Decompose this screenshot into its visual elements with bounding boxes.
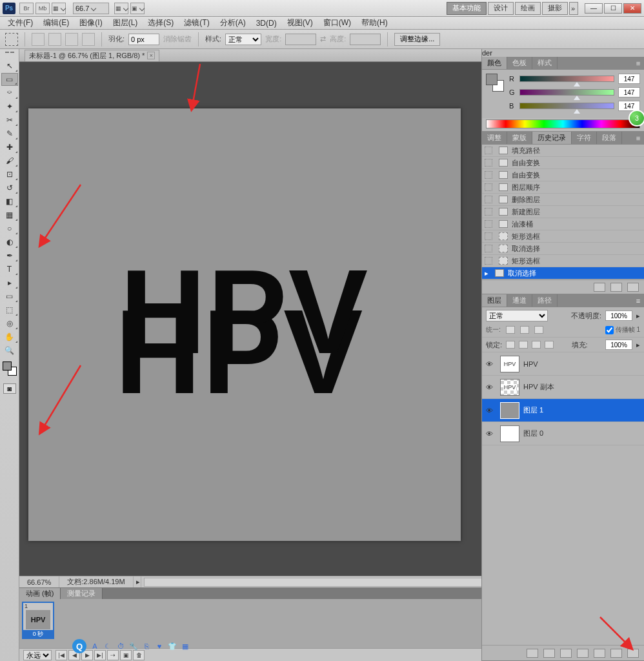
layer-item-selected[interactable]: 👁图层 1 [482, 399, 644, 422]
menu-file[interactable]: 文件(F) [3, 17, 38, 28]
lasso-tool[interactable]: ⌔ [1, 86, 18, 99]
eye-icon[interactable]: 👁 [482, 360, 496, 368]
promo-badge[interactable]: 3 [629, 110, 644, 127]
font-icon[interactable]: A [90, 642, 99, 651]
menu-select[interactable]: 选择(S) [143, 17, 179, 28]
measure-log-tab[interactable]: 测量记录 [61, 588, 103, 599]
view-extras-button[interactable]: ▦ [52, 3, 66, 14]
hand-tool[interactable]: ✋ [1, 330, 18, 343]
lock-transparency[interactable] [506, 341, 515, 349]
history-item[interactable]: 矩形选框 [482, 230, 644, 243]
bridge-button[interactable]: Br [19, 3, 34, 14]
link-layers-button[interactable] [527, 649, 538, 658]
tab-mask[interactable]: 蒙版 [507, 132, 532, 144]
group-button[interactable] [594, 649, 605, 658]
stamp-tool[interactable]: ⊡ [1, 168, 18, 181]
status-more[interactable]: ▸ [134, 576, 141, 587]
tab-paths[interactable]: 路径 [532, 294, 558, 307]
history-item[interactable]: 自由变换 [482, 169, 644, 181]
menu-layer[interactable]: 图层(L) [108, 17, 143, 28]
workspace-basic[interactable]: 基本功能 [447, 2, 487, 15]
history-item[interactable]: 自由变换 [482, 157, 644, 169]
eye-icon[interactable]: 👁 [482, 430, 496, 438]
menu-image[interactable]: 图像(I) [74, 17, 107, 28]
wrench-icon[interactable]: 🔧 [129, 642, 138, 651]
layer-fx-button[interactable] [543, 649, 555, 658]
history-delete[interactable] [627, 283, 639, 292]
pen-tool[interactable]: ✒ [1, 249, 18, 262]
fill-input[interactable] [605, 340, 632, 350]
eraser-tool[interactable]: ◧ [1, 195, 18, 208]
canvas[interactable]: HPV HPV [28, 108, 461, 541]
menu-edit[interactable]: 编辑(E) [38, 17, 74, 28]
selection-intersect[interactable] [82, 33, 95, 46]
workspace-paint[interactable]: 绘画 [515, 2, 541, 15]
brush-tool[interactable]: 🖌 [1, 154, 18, 167]
path-select-tool[interactable]: ▸ [1, 276, 18, 289]
marquee-tool-indicator[interactable] [5, 33, 18, 46]
eye-icon[interactable]: 👁 [482, 407, 496, 414]
feather-input[interactable] [128, 34, 159, 45]
wand-tool[interactable]: ✦ [1, 100, 18, 113]
r-input[interactable] [618, 74, 640, 84]
window-close[interactable]: ✕ [623, 3, 641, 14]
history-item[interactable]: 新建图层 [482, 206, 644, 218]
tab-styles[interactable]: 样式 [532, 57, 558, 69]
zoom-select[interactable]: 66.7 [73, 3, 109, 14]
status-zoom[interactable]: 66.67% [19, 576, 59, 587]
color-swatches[interactable] [1, 360, 18, 377]
color-spectrum[interactable] [486, 119, 640, 128]
refine-edge-button[interactable]: 调整边缘... [394, 33, 440, 46]
animation-frame[interactable]: 1 HPV 0 秒 [22, 602, 54, 639]
color-swatch[interactable] [486, 74, 504, 92]
minibridge-button[interactable]: Mb [35, 3, 50, 14]
clock-icon[interactable]: ⏱ [116, 642, 125, 651]
menu-filter[interactable]: 滤镜(T) [179, 17, 214, 28]
quick-mask-button[interactable]: ◙ [3, 383, 16, 394]
workspace-more[interactable]: » [569, 2, 578, 15]
menu-view[interactable]: 视图(V) [282, 17, 318, 28]
eyedropper-tool[interactable]: ✎ [1, 127, 18, 140]
history-menu-icon[interactable]: ≡ [632, 132, 644, 145]
healing-tool[interactable]: ✚ [1, 141, 18, 154]
g-input[interactable] [618, 87, 640, 97]
menu-3d[interactable]: 3D(D) [251, 19, 282, 28]
b-slider[interactable] [519, 103, 614, 109]
layer-mask-button[interactable] [560, 649, 572, 658]
eye-icon[interactable]: 👁 [482, 383, 496, 391]
tab-history[interactable]: 历史记录 [532, 132, 572, 144]
history-item[interactable]: 油漆桶 [482, 218, 644, 230]
tab-channels[interactable]: 通道 [507, 294, 532, 307]
workspace-design[interactable]: 设计 [488, 2, 514, 15]
tab-adjust[interactable]: 调整 [482, 132, 507, 144]
crop-tool[interactable]: ✂ [1, 114, 18, 127]
type-tool[interactable]: T [1, 263, 18, 276]
unify-pos[interactable] [506, 326, 515, 334]
status-docinfo[interactable]: 文档:2.86M/4.19M [59, 576, 133, 587]
new-layer-button[interactable] [610, 649, 622, 658]
lock-position[interactable] [532, 341, 541, 349]
tab-para[interactable]: 段落 [597, 132, 622, 144]
delete-layer-button[interactable] [627, 649, 639, 658]
copy-icon[interactable]: ⎘ [142, 642, 151, 651]
layer-item[interactable]: 👁HPVHPV 副本 [482, 376, 644, 399]
layers-menu-icon[interactable]: ≡ [632, 294, 644, 307]
tab-char[interactable]: 字符 [572, 132, 597, 144]
screen-mode-button[interactable]: ▣ [130, 3, 145, 14]
close-tab-icon[interactable]: × [147, 52, 155, 59]
propagate-frame-checkbox[interactable]: 传播帧 1 [605, 325, 640, 334]
lock-pixels[interactable] [519, 341, 528, 349]
unify-vis[interactable] [520, 326, 529, 334]
frame-time[interactable]: 0 秒 [23, 630, 53, 638]
document-tab[interactable]: 未标题-1 @ 66.7% (图层 1, RGB/8) * × [25, 50, 159, 61]
adjustment-layer-button[interactable] [577, 649, 589, 658]
menu-analysis[interactable]: 分析(A) [215, 17, 251, 28]
moon-icon[interactable]: ☾ [103, 642, 112, 651]
workspace-photo[interactable]: 摄影 [542, 2, 568, 15]
menu-help[interactable]: 帮助(H) [356, 17, 393, 28]
loop-select[interactable]: 永远 [23, 650, 52, 660]
shape-tool[interactable]: ▭ [1, 290, 18, 303]
3d-camera-tool[interactable]: ◎ [1, 317, 18, 330]
color-menu-icon[interactable]: ≡ [632, 57, 644, 70]
unify-style[interactable] [534, 326, 543, 334]
